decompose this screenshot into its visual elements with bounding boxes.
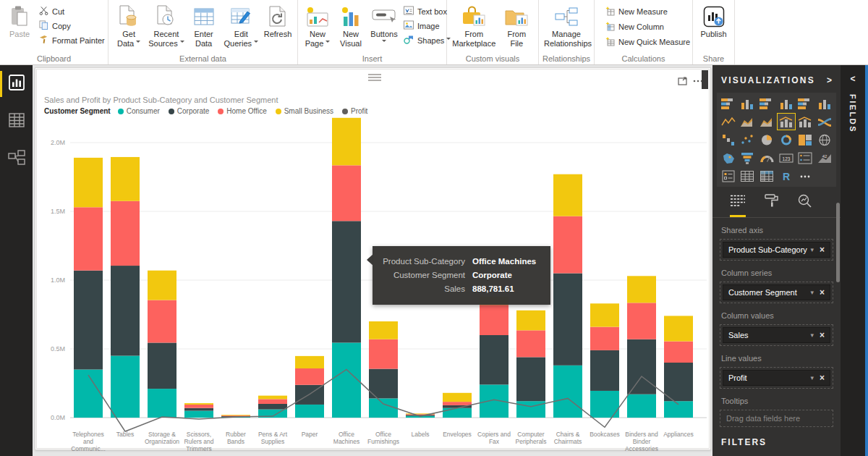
bar-segment-home-office[interactable] bbox=[590, 327, 619, 350]
bar-segment-home-office[interactable] bbox=[148, 300, 176, 343]
report-page[interactable]: Sales and Profit by Product Sub-Category… bbox=[35, 67, 711, 450]
bar-segment-small-business[interactable] bbox=[221, 415, 250, 415]
bar-segment-small-business[interactable] bbox=[295, 356, 324, 368]
bar-segment-small-business[interactable] bbox=[627, 276, 656, 303]
bar-segment-consumer[interactable] bbox=[664, 401, 693, 418]
bar-segment-corporate[interactable] bbox=[516, 357, 545, 401]
100-stacked-bar-chart-icon[interactable] bbox=[796, 95, 815, 112]
bar-segment-consumer[interactable] bbox=[74, 370, 103, 418]
fields-panel-collapsed[interactable]: < FIELDS bbox=[841, 65, 865, 456]
get-data-button[interactable]: Get Data bbox=[111, 3, 146, 50]
enter-data-button[interactable]: Enter Data bbox=[187, 3, 221, 50]
bar-segment-corporate[interactable] bbox=[111, 266, 140, 355]
bar-segment-home-office[interactable] bbox=[332, 165, 361, 221]
r-script-visual-icon[interactable]: R bbox=[777, 167, 796, 185]
bar-segment-consumer[interactable] bbox=[148, 389, 176, 418]
bar-segment-small-business[interactable] bbox=[258, 396, 287, 400]
new-column-button[interactable]: New Column bbox=[602, 20, 693, 33]
edit-queries-button[interactable]: Edit Queries bbox=[221, 3, 261, 50]
bar-segment-home-office[interactable] bbox=[74, 207, 103, 270]
line-chart-icon[interactable] bbox=[719, 113, 738, 130]
data-view-button[interactable] bbox=[0, 103, 33, 140]
bar-segment-home-office[interactable] bbox=[295, 368, 324, 385]
text-box-button[interactable]: Text box bbox=[401, 5, 454, 17]
line-and-stacked-column-chart-icon[interactable] bbox=[777, 113, 796, 130]
bar-segment-small-business[interactable] bbox=[664, 316, 693, 341]
bar-segment-small-business[interactable] bbox=[553, 174, 582, 216]
buttons-button[interactable]: Buttons bbox=[367, 3, 401, 46]
matrix-icon[interactable] bbox=[757, 167, 776, 185]
donut-chart-icon[interactable] bbox=[777, 131, 796, 148]
100-stacked-column-chart-icon[interactable] bbox=[815, 95, 834, 112]
bar-segment-corporate[interactable] bbox=[148, 342, 176, 389]
report-view-button[interactable] bbox=[0, 65, 33, 103]
stacked-column-chart-icon[interactable] bbox=[739, 95, 757, 112]
image-button[interactable]: Image bbox=[401, 20, 454, 32]
recent-sources-button[interactable]: Recent Sources bbox=[146, 3, 186, 50]
more-visuals-icon[interactable] bbox=[796, 167, 815, 185]
bar-segment-corporate[interactable] bbox=[627, 339, 656, 394]
stacked-area-chart-icon[interactable] bbox=[757, 113, 776, 130]
field-pill-customer-segment[interactable]: Customer Segment ▾ × bbox=[723, 284, 830, 300]
bar-segment-consumer[interactable] bbox=[443, 408, 472, 418]
new-quick-measure-button[interactable]: New Quick Measure bbox=[602, 35, 693, 48]
from-file-button[interactable]: From File bbox=[498, 3, 535, 50]
copy-button[interactable]: Copy bbox=[36, 20, 108, 32]
pill-remove-icon[interactable]: × bbox=[820, 288, 825, 297]
bar-segment-home-office[interactable] bbox=[369, 339, 398, 369]
bar-segment-home-office[interactable] bbox=[258, 399, 287, 404]
kpi-icon[interactable]: 42 bbox=[815, 149, 834, 166]
new-page-button[interactable]: New Page bbox=[301, 3, 334, 50]
tab-analytics[interactable] bbox=[798, 194, 812, 217]
bar-segment-consumer[interactable] bbox=[332, 342, 361, 418]
card-icon[interactable]: 123 bbox=[777, 149, 796, 166]
table-icon[interactable] bbox=[739, 167, 757, 185]
pill-remove-icon[interactable]: × bbox=[820, 331, 825, 339]
pill-dropdown-caret-icon[interactable]: ▾ bbox=[810, 374, 814, 381]
line-and-clustered-column-chart-icon[interactable] bbox=[796, 113, 815, 130]
field-pill-sales[interactable]: Sales ▾ × bbox=[723, 327, 830, 343]
paste-button[interactable]: Paste bbox=[3, 3, 36, 41]
bar-segment-consumer[interactable] bbox=[295, 405, 324, 418]
tab-format[interactable] bbox=[765, 194, 779, 217]
bar-segment-corporate[interactable] bbox=[553, 274, 582, 366]
clustered-bar-chart-icon[interactable] bbox=[757, 95, 776, 112]
new-visual-button[interactable]: New Visual bbox=[334, 3, 367, 50]
waterfall-chart-icon[interactable] bbox=[719, 131, 738, 148]
from-marketplace-button[interactable]: From Marketplace bbox=[450, 3, 498, 50]
field-pill-profit[interactable]: Profit ▾ × bbox=[723, 370, 830, 386]
bar-segment-small-business[interactable] bbox=[111, 157, 140, 201]
bar-segment-small-business[interactable] bbox=[74, 158, 103, 207]
stacked-bar-chart-icon[interactable] bbox=[719, 95, 738, 112]
publish-button[interactable]: Publish bbox=[697, 3, 731, 41]
gauge-icon[interactable] bbox=[757, 149, 776, 166]
bar-segment-small-business[interactable] bbox=[443, 393, 472, 402]
bar-segment-consumer[interactable] bbox=[516, 401, 545, 418]
bar-segment-consumer[interactable] bbox=[369, 398, 398, 418]
bar-segment-small-business[interactable] bbox=[516, 311, 545, 331]
bar-segment-home-office[interactable] bbox=[664, 342, 693, 363]
bar-segment-home-office[interactable] bbox=[553, 216, 582, 274]
pill-dropdown-caret-icon[interactable]: ▾ bbox=[810, 332, 814, 339]
bar-segment-corporate[interactable] bbox=[480, 335, 509, 384]
pill-remove-icon[interactable]: × bbox=[820, 373, 825, 382]
bar-segment-consumer[interactable] bbox=[111, 356, 140, 418]
bar-segment-home-office[interactable] bbox=[627, 303, 656, 339]
slicer-icon[interactable] bbox=[719, 167, 738, 185]
multi-row-card-icon[interactable] bbox=[796, 149, 815, 166]
bar-segment-corporate[interactable] bbox=[184, 408, 213, 411]
format-painter-button[interactable]: Format Painter bbox=[36, 34, 108, 46]
bar-segment-small-business[interactable] bbox=[148, 271, 176, 300]
bar-segment-corporate[interactable] bbox=[332, 221, 361, 342]
bar-segment-small-business[interactable] bbox=[184, 403, 213, 405]
bar-segment-home-office[interactable] bbox=[221, 415, 250, 416]
bar-segment-consumer[interactable] bbox=[553, 366, 582, 418]
ribbon-chart-icon[interactable] bbox=[815, 113, 834, 130]
bar-segment-home-office[interactable] bbox=[516, 330, 545, 357]
funnel-icon[interactable] bbox=[739, 149, 757, 166]
refresh-button[interactable]: Refresh bbox=[261, 3, 294, 41]
shapes-button[interactable]: Shapes bbox=[401, 34, 454, 46]
bar-segment-small-business[interactable] bbox=[332, 118, 361, 166]
bar-segment-consumer[interactable] bbox=[184, 411, 213, 418]
map-icon[interactable] bbox=[815, 131, 834, 148]
